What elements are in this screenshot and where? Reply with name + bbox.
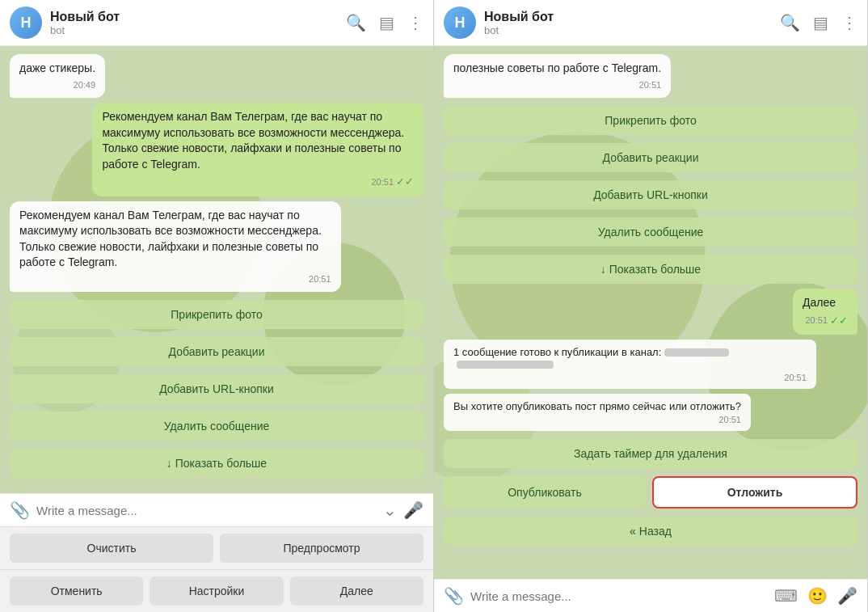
mic-icon[interactable]: 🎤 — [403, 500, 423, 520]
right-panel: Н Новый бот bot 🔍 ▤ ⋮ полезные советы по… — [434, 0, 868, 612]
right-bot-btn-4[interactable]: ↓ Показать больше — [444, 255, 857, 284]
right-search-icon[interactable]: 🔍 — [780, 13, 800, 32]
left-panel: Н Новый бот bot 🔍 ▤ ⋮ даже стикеры. 20:4… — [0, 0, 434, 612]
left-header: Н Новый бот bot 🔍 ▤ ⋮ — [0, 0, 433, 46]
right-top-snippet-meta: 20:51 — [453, 79, 661, 91]
right-subtitle: bot — [484, 24, 780, 36]
right-bot-btn-0[interactable]: Прикрепить фото — [444, 106, 857, 135]
right-ready-msg: 1 сообщение готово к публикации в канал:… — [444, 340, 816, 389]
right-message-input[interactable] — [470, 589, 768, 603]
preview-button[interactable]: Предпросмотр — [220, 534, 423, 563]
left-bot-btn-3[interactable]: Удалить сообщение — [10, 412, 423, 441]
right-ready-meta: 20:51 — [453, 373, 807, 382]
publish-button[interactable]: Опубликовать — [444, 476, 646, 509]
back-button[interactable]: « Назад — [444, 517, 857, 546]
publish-row: Опубликовать Отложить — [444, 476, 857, 509]
left-bot-btn-2[interactable]: Добавить URL-кнопки — [10, 374, 423, 403]
cancel-button[interactable]: Отменить — [10, 576, 143, 606]
more-icon[interactable]: ⋮ — [407, 13, 423, 32]
left-msg-3-meta: 20:51 — [19, 273, 331, 285]
left-bot-btn-4[interactable]: ↓ Показать больше — [10, 449, 423, 478]
left-msg-2-meta: 20:51 ✓✓ — [102, 175, 414, 189]
right-layout-icon[interactable]: ▤ — [813, 13, 828, 32]
left-bot-btn-1[interactable]: Добавить реакции — [10, 337, 423, 366]
next-button[interactable]: Далее — [290, 576, 423, 606]
left-avatar: Н — [10, 6, 42, 39]
left-message-input[interactable] — [36, 504, 377, 517]
arrow-down-icon[interactable]: ⌄ — [383, 500, 397, 520]
right-later-msg: Далее 20:51 ✓✓ — [793, 289, 857, 335]
left-subtitle: bot — [50, 24, 346, 36]
right-input-bar: 📎 ⌨ 🙂 🎤 — [434, 579, 867, 612]
left-msg-3: Рекомендуем канал Вам Телеграм, где вас … — [10, 201, 341, 293]
right-bot-btn-2[interactable]: Добавить URL-кнопки — [444, 180, 857, 209]
left-header-info: Новый бот bot — [50, 10, 346, 36]
left-msg-1: даже стикеры. 20:49 — [10, 54, 105, 98]
layout-icon[interactable]: ▤ — [379, 13, 394, 32]
left-title: Новый бот — [50, 10, 346, 24]
right-mic-icon[interactable]: 🎤 — [837, 586, 857, 606]
right-bot-btn-3[interactable]: Удалить сообщение — [444, 217, 857, 247]
right-more-icon[interactable]: ⋮ — [841, 13, 857, 32]
right-top-snippet: полезные советы по работе с Telegram. 20… — [444, 54, 671, 98]
right-check-icon: ✓✓ — [830, 314, 848, 328]
right-publish-question-meta: 20:51 — [453, 415, 741, 424]
right-emoji-icon[interactable]: 🙂 — [807, 586, 828, 606]
settings-button[interactable]: Настройки — [150, 576, 283, 606]
right-input-icons: ⌨ 🙂 🎤 — [774, 586, 857, 606]
right-attach-icon[interactable]: 📎 — [444, 586, 464, 606]
left-input-bar: 📎 ⌄ 🎤 — [0, 493, 433, 526]
left-toolbar-row2: Отменить Настройки Далее — [0, 569, 433, 612]
right-header-icons: 🔍 ▤ ⋮ — [780, 13, 857, 32]
right-keyboard-icon[interactable]: ⌨ — [774, 586, 798, 606]
blurred-channel-name — [664, 348, 729, 357]
clear-button[interactable]: Очистить — [10, 534, 213, 563]
left-msg-1-meta: 20:49 — [19, 79, 95, 91]
left-bot-btn-0[interactable]: Прикрепить фото — [10, 300, 423, 329]
right-chat-area: полезные советы по работе с Telegram. 20… — [434, 46, 867, 579]
right-publish-question: Вы хотите опубликовать пост прямо сейчас… — [444, 394, 751, 431]
right-header-info: Новый бот bot — [484, 10, 780, 36]
search-icon[interactable]: 🔍 — [346, 13, 366, 32]
timer-delete-button[interactable]: Задать таймер для удаления — [444, 439, 857, 468]
right-header: Н Новый бот bot 🔍 ▤ ⋮ — [434, 0, 867, 46]
attach-icon[interactable]: 📎 — [10, 500, 30, 520]
check-icon: ✓✓ — [396, 175, 414, 189]
right-bot-btn-1[interactable]: Добавить реакции — [444, 143, 857, 172]
left-msg-2: Рекомендуем канал Вам Телеграм, где вас … — [92, 103, 423, 196]
left-toolbar-row1: Очистить Предпросмотр — [0, 526, 433, 569]
blurred-channel-url — [457, 361, 554, 369]
right-avatar: Н — [444, 6, 476, 39]
right-later-meta: 20:51 ✓✓ — [803, 314, 848, 328]
delay-button[interactable]: Отложить — [652, 476, 857, 509]
right-title: Новый бот — [484, 10, 780, 24]
left-header-icons: 🔍 ▤ ⋮ — [346, 13, 423, 32]
left-chat-area: даже стикеры. 20:49 Рекомендуем канал Ва… — [0, 46, 433, 493]
